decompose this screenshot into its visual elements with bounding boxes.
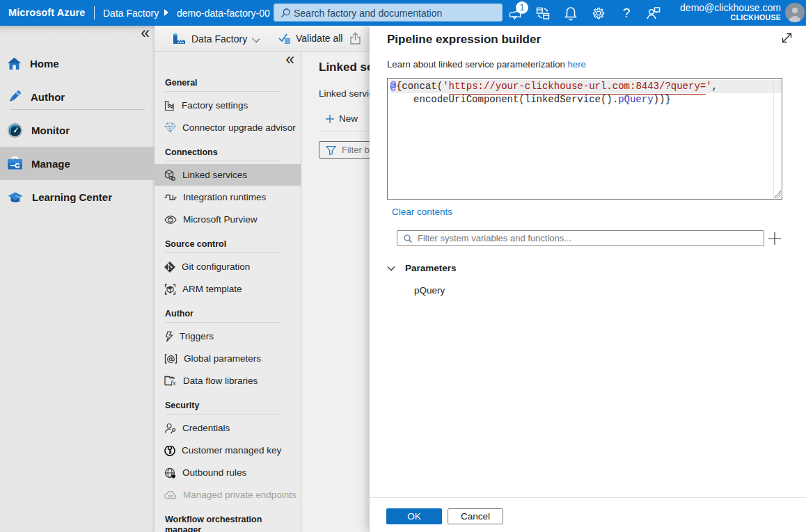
- svg-text:fx: fx: [171, 379, 176, 387]
